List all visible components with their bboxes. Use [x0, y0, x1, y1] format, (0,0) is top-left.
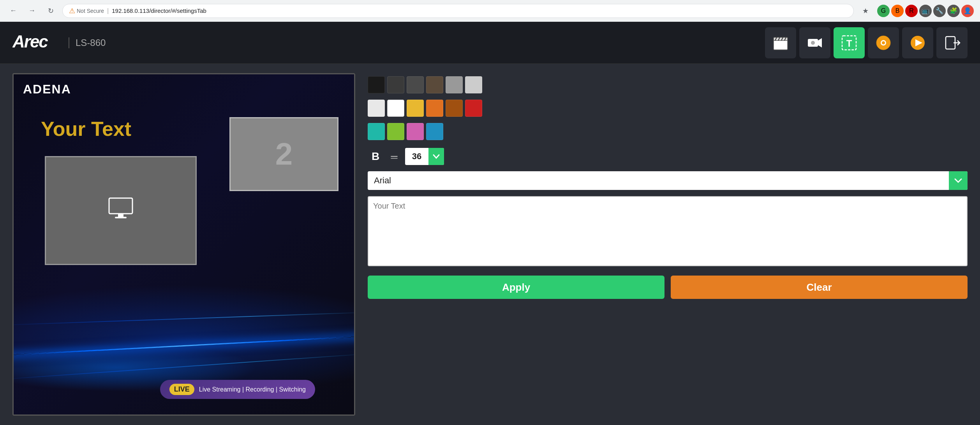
svg-rect-22 [118, 214, 123, 217]
preview-panel: ADENA Your Text 2 LIVE L [12, 73, 355, 416]
ext-puzzle[interactable]: 🧩 [947, 5, 960, 17]
color-swatch-lightgray[interactable] [465, 76, 482, 93]
preview-canvas: ADENA Your Text 2 LIVE L [14, 74, 354, 414]
nav-settings-button[interactable] [868, 27, 899, 58]
model-label: LS-860 [69, 37, 106, 48]
color-swatch-darkgray[interactable] [387, 76, 404, 93]
browser-chrome: ← → ↻ ⚠ Not Secure | 192.168.0.113/direc… [0, 0, 980, 22]
svg-point-16 [882, 41, 885, 44]
svg-text:T: T [846, 38, 852, 49]
color-swatch-green[interactable] [387, 123, 404, 140]
app-header: Arec LS-860 [0, 22, 980, 64]
nav-text-overlay-button[interactable]: T [834, 27, 865, 58]
reload-button[interactable]: ↻ [44, 4, 58, 18]
nav-media-button[interactable] [902, 27, 933, 58]
address-bar[interactable]: ⚠ Not Secure | 192.168.0.113/director/#/… [62, 4, 854, 18]
live-description: Live Streaming | Recording | Switching [199, 386, 306, 393]
format-row: B 36 [368, 148, 968, 165]
clear-button[interactable]: Clear [671, 276, 968, 299]
logo-area: Arec LS-860 [12, 31, 106, 54]
color-swatch-yellow[interactable] [407, 100, 424, 117]
ext-grammarly[interactable]: G [877, 5, 890, 17]
color-swatch-red[interactable] [465, 100, 482, 117]
nav-logout-button[interactable] [936, 27, 968, 58]
color-swatches-row1 [368, 76, 968, 93]
nav-icons: T [765, 27, 968, 58]
source-2-number: 2 [275, 136, 293, 172]
svg-rect-21 [109, 198, 132, 214]
color-swatch-brown[interactable] [446, 100, 463, 117]
svg-point-9 [811, 41, 815, 45]
apply-button[interactable]: Apply [368, 276, 664, 299]
color-swatch-white[interactable] [387, 100, 404, 117]
settings-panel: B 36 Arial [368, 73, 968, 416]
color-swatch-black[interactable] [368, 76, 385, 93]
svg-rect-23 [115, 217, 127, 218]
live-badge: LIVE Live Streaming | Recording | Switch… [160, 380, 315, 399]
monitor-icon [107, 196, 134, 225]
size-control: 36 [405, 148, 444, 165]
bookmark-button[interactable]: ★ [858, 4, 872, 18]
color-swatch-gray[interactable] [407, 76, 424, 93]
preview-text-overlay: Your Text [41, 117, 131, 140]
text-input[interactable] [368, 196, 968, 266]
live-tag: LIVE [169, 384, 194, 395]
font-name-label: Arial [368, 172, 949, 190]
ext-3[interactable]: 📺 [919, 5, 932, 17]
svg-marker-8 [818, 38, 822, 47]
color-swatch-orange[interactable] [426, 100, 443, 117]
color-swatch-brownish[interactable] [426, 76, 443, 93]
underline-indicator [390, 152, 399, 161]
color-swatch-pink[interactable] [407, 123, 424, 140]
forward-button[interactable]: → [25, 4, 39, 18]
ext-2[interactable]: R [905, 5, 918, 17]
app-logo: Arec [12, 31, 59, 54]
video-source-2: 2 [229, 117, 338, 191]
preview-logo: ADENA [23, 82, 71, 97]
nav-camera-button[interactable] [799, 27, 830, 58]
svg-rect-1 [774, 40, 788, 50]
back-button[interactable]: ← [6, 4, 20, 18]
color-swatch-verylightgray[interactable] [368, 100, 385, 117]
nav-clapperboard-button[interactable] [765, 27, 796, 58]
color-swatch-teal[interactable] [368, 123, 385, 140]
ext-4[interactable]: 🔧 [933, 5, 946, 17]
font-dropdown-button[interactable] [949, 171, 968, 190]
color-swatches-row3 [368, 123, 968, 140]
action-buttons: Apply Clear [368, 276, 968, 299]
svg-text:Arec: Arec [12, 32, 48, 51]
security-warning: ⚠ Not Secure [69, 7, 104, 15]
font-selector: Arial [368, 171, 968, 190]
font-size-value: 36 [405, 148, 428, 165]
ext-1[interactable]: B [891, 5, 904, 17]
color-swatches-row2 [368, 100, 968, 117]
font-size-dropdown[interactable] [428, 148, 444, 165]
url-text: 192.168.0.113/director/#/settingsTab [112, 7, 206, 14]
color-swatch-blue[interactable] [426, 123, 443, 140]
color-swatch-midgray[interactable] [446, 76, 463, 93]
ext-5[interactable]: 👤 [961, 5, 974, 17]
video-source-1 [45, 156, 197, 265]
bold-button[interactable]: B [368, 150, 383, 163]
main-content: ADENA Your Text 2 LIVE L [0, 64, 980, 425]
extensions-area: G B R 📺 🔧 🧩 👤 [877, 5, 974, 17]
